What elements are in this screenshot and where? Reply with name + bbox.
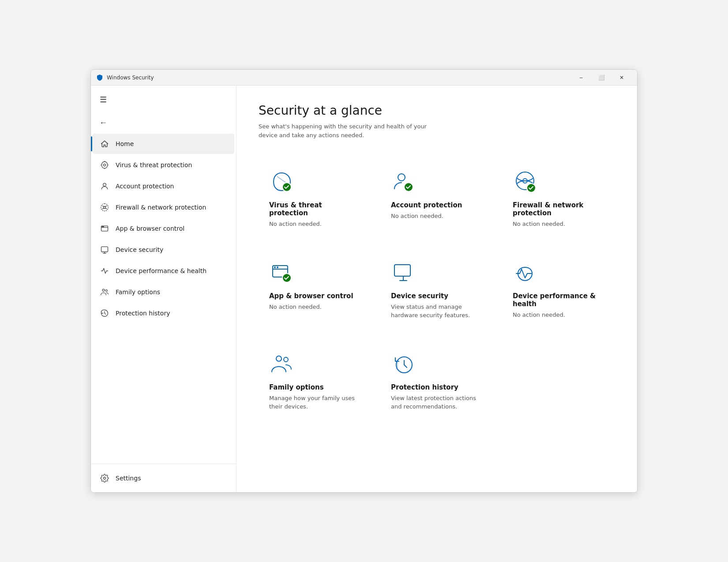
sidebar-item-history-label: Protection history xyxy=(116,310,170,317)
svg-point-15 xyxy=(105,290,107,292)
history-card-desc: View latest protection actions and recom… xyxy=(391,394,483,411)
svg-point-28 xyxy=(277,266,278,268)
svg-point-0 xyxy=(104,164,106,166)
sidebar-item-virus[interactable]: Virus & threat protection xyxy=(93,155,234,175)
sidebar-item-history[interactable]: Protection history xyxy=(93,303,234,323)
browser-icon xyxy=(100,224,109,233)
sidebar-item-virus-label: Virus & threat protection xyxy=(116,161,192,169)
minimize-button[interactable]: – xyxy=(571,71,591,85)
svg-rect-31 xyxy=(394,265,410,276)
virus-card-title: Virus & threat protection xyxy=(269,201,361,217)
family-card-icon xyxy=(269,352,294,376)
app-window: Windows Security – ⬜ ✕ ☰ ← xyxy=(90,69,638,493)
maximize-button[interactable]: ⬜ xyxy=(591,71,612,85)
device-health-card-title: Device performance & health xyxy=(513,292,604,308)
title-bar-controls: – ⬜ ✕ xyxy=(571,71,632,85)
device-health-icon xyxy=(100,266,109,276)
sidebar-item-account[interactable]: Account protection xyxy=(93,176,234,196)
page-title: Security at a glance xyxy=(259,103,615,118)
virus-card-icon xyxy=(269,169,294,194)
history-icon xyxy=(100,308,109,318)
svg-rect-11 xyxy=(101,247,108,252)
sidebar-item-device-health-label: Device performance & health xyxy=(116,267,206,274)
virus-card[interactable]: Virus & threat protection No action need… xyxy=(259,157,372,239)
virus-card-desc: No action needed. xyxy=(269,220,361,229)
device-security-icon xyxy=(100,245,109,255)
settings-icon xyxy=(100,473,109,483)
menu-button[interactable]: ☰ xyxy=(94,91,112,109)
svg-point-5 xyxy=(103,183,106,186)
sidebar-item-settings-label: Settings xyxy=(116,475,141,482)
cards-grid: Virus & threat protection No action need… xyxy=(259,157,615,422)
sidebar-item-settings[interactable]: Settings xyxy=(93,468,234,488)
sidebar-item-home-label: Home xyxy=(116,140,134,147)
device-health-card-desc: No action needed. xyxy=(513,311,604,319)
virus-icon xyxy=(100,160,109,170)
svg-point-27 xyxy=(274,266,276,268)
family-card-title: Family options xyxy=(269,383,361,391)
svg-point-34 xyxy=(276,356,281,361)
sidebar-item-home[interactable]: Home xyxy=(93,134,234,154)
app-icon xyxy=(96,74,103,81)
firewall-card[interactable]: Firewall & network protection No action … xyxy=(502,157,615,239)
account-card-title: Account protection xyxy=(391,201,483,209)
device-security-card-desc: View status and manage hardware security… xyxy=(391,303,483,320)
sidebar-item-family[interactable]: Family options xyxy=(93,282,234,302)
main-content: Security at a glance See what's happenin… xyxy=(236,86,637,492)
sidebar-item-firewall-label: Firewall & network protection xyxy=(116,204,206,211)
sidebar-top: ☰ ← Home xyxy=(91,86,236,327)
account-card-icon xyxy=(391,169,416,194)
account-card[interactable]: Account protection No action needed. xyxy=(380,157,493,239)
sidebar-item-family-label: Family options xyxy=(116,288,160,296)
device-security-card-title: Device security xyxy=(391,292,483,300)
browser-card-desc: No action needed. xyxy=(269,303,361,311)
firewall-card-icon xyxy=(513,169,537,194)
browser-card-icon xyxy=(269,260,294,285)
account-icon xyxy=(100,181,109,191)
device-health-card-icon xyxy=(513,260,537,285)
firewall-card-title: Firewall & network protection xyxy=(513,201,604,217)
history-card-icon xyxy=(391,352,416,376)
sidebar-bottom: Settings xyxy=(91,464,236,492)
sidebar-item-firewall[interactable]: Firewall & network protection xyxy=(93,197,234,217)
sidebar-item-device-health[interactable]: Device performance & health xyxy=(93,261,234,281)
family-icon xyxy=(100,287,109,297)
sidebar-item-browser-label: App & browser control xyxy=(116,225,184,232)
history-card-title: Protection history xyxy=(391,383,483,391)
sidebar-item-browser[interactable]: App & browser control xyxy=(93,218,234,239)
back-button[interactable]: ← xyxy=(94,114,112,131)
family-card-desc: Manage how your family uses their device… xyxy=(269,394,361,411)
svg-point-19 xyxy=(398,174,405,181)
svg-point-35 xyxy=(284,357,288,362)
sidebar-item-account-label: Account protection xyxy=(116,183,174,190)
family-card[interactable]: Family options Manage how your family us… xyxy=(259,339,372,422)
title-bar-left: Windows Security xyxy=(96,74,154,81)
account-card-desc: No action needed. xyxy=(391,212,483,221)
browser-card[interactable]: App & browser control No action needed. xyxy=(259,248,372,330)
svg-point-14 xyxy=(102,289,105,291)
sidebar: ☰ ← Home xyxy=(91,86,236,492)
title-bar: Windows Security – ⬜ ✕ xyxy=(91,70,637,86)
sidebar-item-device-security[interactable]: Device security xyxy=(93,240,234,260)
device-security-card[interactable]: Device security View status and manage h… xyxy=(380,248,493,330)
app-body: ☰ ← Home xyxy=(91,86,637,492)
title-bar-title: Windows Security xyxy=(107,75,154,81)
page-subtitle: See what's happening with the security a… xyxy=(259,122,435,139)
firewall-card-desc: No action needed. xyxy=(513,220,604,229)
firewall-icon xyxy=(100,202,109,212)
svg-point-10 xyxy=(103,226,104,227)
sidebar-item-device-security-label: Device security xyxy=(116,246,163,253)
browser-card-title: App & browser control xyxy=(269,292,361,300)
history-card[interactable]: Protection history View latest protectio… xyxy=(380,339,493,422)
device-health-card[interactable]: Device performance & health No action ne… xyxy=(502,248,615,330)
home-icon xyxy=(100,139,109,149)
svg-point-16 xyxy=(104,477,106,480)
close-button[interactable]: ✕ xyxy=(612,71,632,85)
svg-point-9 xyxy=(102,226,103,227)
device-security-card-icon xyxy=(391,260,416,285)
